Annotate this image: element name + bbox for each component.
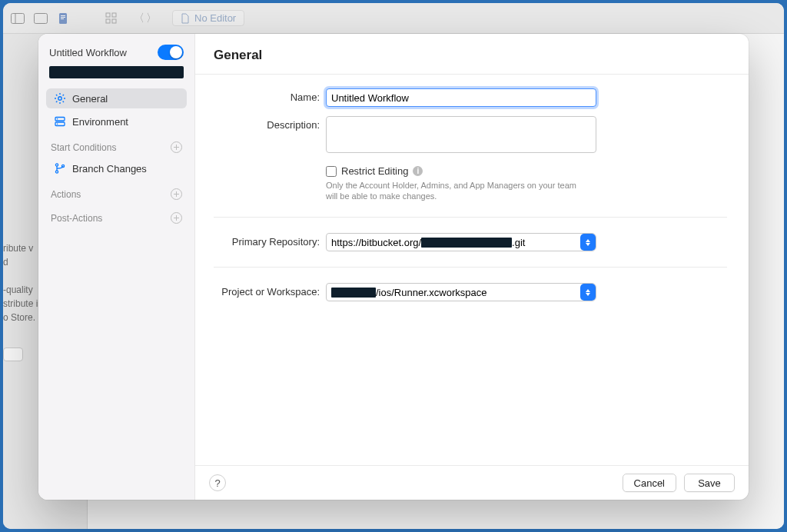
redacted-project-prefix [331,288,376,298]
chevron-updown-icon [580,234,596,251]
restrict-editing-help: Only the Account Holder, Admins, and App… [326,180,587,201]
restrict-editing-checkbox[interactable] [326,166,337,177]
add-action-button[interactable] [171,188,182,200]
label-description: Description: [195,116,326,131]
redacted-app-name [49,66,184,78]
add-post-action-button[interactable] [171,212,182,224]
svg-line-19 [63,95,64,95]
sheet-main: General Name: Description: [195,34,749,500]
cancel-button[interactable]: Cancel [623,474,676,492]
add-start-condition-button[interactable] [171,141,182,153]
svg-point-25 [55,171,58,173]
svg-line-18 [56,101,57,102]
project-workspace-select[interactable]: /ios/Runner.xcworkspace [326,283,596,301]
server-icon [54,115,66,128]
section-actions: Actions [45,181,188,203]
sidebar-item-label: Environment [72,116,128,128]
sidebar-item-label: General [72,93,108,105]
label-project-ws: Project or Workspace: [195,283,326,298]
svg-line-16 [56,95,57,95]
redacted-repo-path [421,238,512,248]
sheet-sidebar: Untitled Workflow General Environment St… [38,34,195,500]
svg-rect-21 [55,122,65,126]
sidebar-item-branch-changes[interactable]: Branch Changes [46,158,187,178]
sidebar-item-general[interactable]: General [46,88,187,108]
section-start-conditions: Start Conditions [45,134,188,156]
sidebar-item-label: Branch Changes [72,163,147,175]
divider [214,267,727,268]
svg-point-24 [55,164,58,166]
chevron-updown-icon [580,284,596,301]
page-title: General [214,48,730,63]
svg-point-22 [57,118,58,120]
svg-point-11 [58,97,61,100]
primary-repo-value: https://bitbucket.org/.git [326,233,596,251]
restrict-editing-label: Restrict Editing [341,165,408,177]
save-button[interactable]: Save [684,474,735,492]
workflow-title: Untitled Workflow [49,47,127,58]
workflow-enabled-toggle[interactable] [158,45,184,60]
primary-repo-select[interactable]: https://bitbucket.org/.git [326,233,596,251]
project-workspace-value: /ios/Runner.xcworkspace [326,283,596,301]
label-primary-repo: Primary Repository: [195,233,326,248]
sidebar-item-environment[interactable]: Environment [46,111,187,131]
workflow-editor-sheet: Untitled Workflow General Environment St… [38,34,749,500]
svg-point-23 [57,123,58,125]
svg-line-17 [63,101,64,102]
main-body: Name: Description: Restrict Editing i [195,75,749,465]
name-input[interactable] [326,88,596,107]
info-icon[interactable]: i [413,166,423,176]
sheet-footer: ? Cancel Save [195,465,749,500]
main-header: General [195,34,749,75]
section-post-actions: Post-Actions [45,204,188,227]
gear-icon [54,92,66,105]
branch-icon [54,162,66,175]
label-name: Name: [195,88,326,103]
restrict-editing-row[interactable]: Restrict Editing i [326,165,596,177]
help-button[interactable]: ? [209,474,226,491]
divider [214,217,727,218]
svg-rect-20 [55,118,65,121]
description-input[interactable] [326,116,596,153]
